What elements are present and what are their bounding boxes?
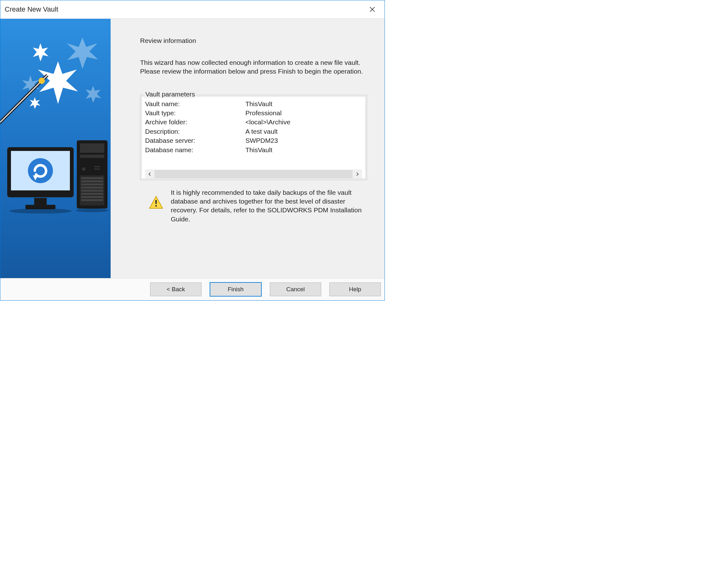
wizard-illustration [0,19,111,276]
svg-point-15 [28,158,53,183]
param-row: Archive folder:<local>\Archive [145,118,362,127]
svg-rect-21 [94,166,100,167]
chevron-right-icon [356,172,359,176]
svg-rect-24 [81,177,103,179]
param-row: Database server:SWPDM23 [145,136,362,145]
svg-point-32 [9,209,72,214]
param-row: Description:A test vault [145,127,362,136]
svg-marker-6 [33,43,49,61]
param-label: Description: [145,127,245,136]
svg-rect-25 [81,180,103,182]
svg-rect-14 [25,205,55,209]
backup-note-text: It is highly recommended to take daily b… [171,188,367,224]
svg-point-33 [76,209,108,212]
svg-rect-19 [80,155,104,158]
wizard-sidebar [0,19,111,278]
param-label: Database name: [145,145,245,154]
svg-marker-4 [86,86,101,103]
param-value: Professional [245,108,362,118]
back-button[interactable]: < Back [150,283,202,296]
svg-marker-7 [30,97,40,109]
svg-point-36 [155,205,157,207]
param-label: Vault type: [145,108,245,118]
backup-note: It is highly recommended to take daily b… [140,188,367,224]
cancel-button[interactable]: Cancel [270,283,321,296]
scroll-right-button[interactable] [353,170,362,178]
svg-rect-30 [81,196,103,198]
close-icon [369,6,375,13]
svg-rect-29 [81,193,103,195]
warning-icon [149,195,163,210]
dialog-footer: < Back Finish Cancel Help [0,278,385,300]
param-value: ThisVault [245,145,362,154]
svg-rect-13 [34,198,47,205]
vault-parameters-list: Vault name:ThisVault Vault type:Professi… [142,97,365,179]
titlebar: Create New Vault [0,0,385,19]
scroll-track[interactable] [155,170,353,178]
finish-button[interactable]: Finish [210,282,262,296]
dialog-body: Review information This wizard has now c… [0,19,385,278]
dialog-window: Create New Vault [0,0,385,300]
param-label: Vault name: [145,99,245,108]
svg-marker-2 [67,38,98,69]
horizontal-scrollbar[interactable] [145,170,362,178]
help-button[interactable]: Help [329,283,381,296]
dialog-title: Create New Vault [5,5,58,13]
svg-rect-35 [155,200,157,204]
page-intro: This wizard has now collected enough inf… [140,58,367,76]
chevron-left-icon [148,172,151,176]
param-value: ThisVault [245,99,362,108]
param-row: Vault name:ThisVault [145,99,362,108]
page-heading: Review information [140,37,367,44]
svg-rect-27 [81,187,103,189]
wizard-content: Review information This wizard has now c… [111,19,385,278]
svg-rect-31 [81,199,103,201]
vault-parameters-rows: Vault name:ThisVault Vault type:Professi… [145,99,362,154]
param-label: Database server: [145,136,245,145]
svg-rect-18 [80,144,104,153]
param-value: A test vault [245,127,362,136]
param-row: Database name:ThisVault [145,145,362,154]
param-row: Vault type:Professional [145,108,362,118]
param-value: SWPDM23 [245,136,362,145]
close-button[interactable] [365,2,380,17]
svg-rect-28 [81,190,103,192]
param-label: Archive folder: [145,118,245,127]
param-value: <local>\Archive [245,118,362,127]
vault-parameters-group: Vault parameters Vault name:ThisVault Va… [140,95,367,180]
svg-rect-26 [81,184,103,185]
vault-parameters-legend: Vault parameters [144,91,196,98]
scroll-left-button[interactable] [145,170,155,178]
svg-point-20 [82,167,86,171]
svg-point-10 [39,78,45,84]
svg-rect-22 [94,169,100,170]
